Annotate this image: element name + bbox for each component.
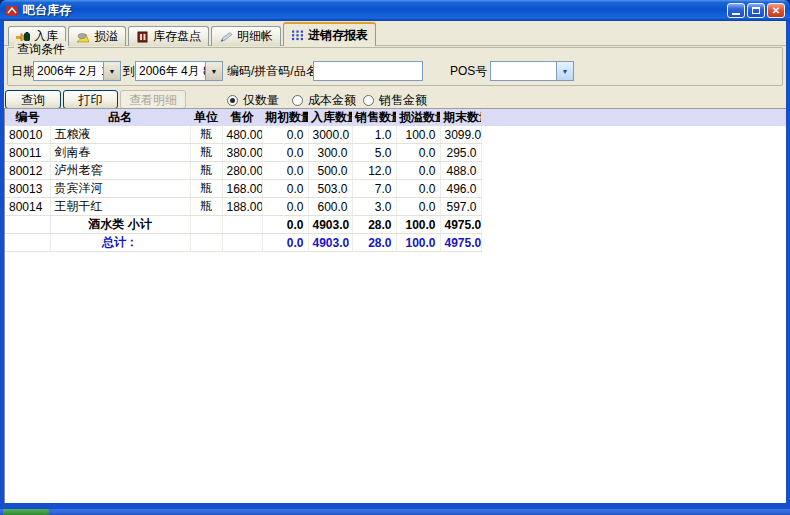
column-header[interactable]: 期初数量: [262, 109, 308, 126]
radio-sales-amount[interactable]: 销售金额: [363, 92, 427, 109]
column-header[interactable]: 单位: [190, 109, 222, 126]
table-cell: 597.0: [440, 198, 481, 216]
table-cell: 剑南春: [50, 144, 190, 162]
loss-icon: [76, 31, 90, 43]
table-cell: 瓶: [190, 126, 222, 144]
table-cell: 王朝干红: [50, 198, 190, 216]
table-cell: 3000.0: [308, 126, 352, 144]
table-cell: 0.0: [396, 162, 440, 180]
table-row[interactable]: 80013贵宾洋河瓶168.000.0503.07.00.0496.0: [5, 180, 786, 198]
table-row[interactable]: 80014王朝干红瓶188.000.0600.03.00.0597.0: [5, 198, 786, 216]
window-border-right: [786, 21, 790, 509]
pos-value: [491, 62, 556, 80]
table-cell: 80013: [5, 180, 50, 198]
row-filler: [481, 234, 786, 252]
table-cell: 80010: [5, 126, 50, 144]
table-cell: 28.0: [352, 234, 396, 252]
subtotal-row: 酒水类 小计0.04903.028.0100.04975.0: [5, 216, 786, 234]
column-header[interactable]: 品名: [50, 109, 190, 126]
taskbar: [0, 509, 790, 515]
table-cell: 4903.0: [308, 234, 352, 252]
start-button[interactable]: [3, 509, 49, 515]
table-cell: 496.0: [440, 180, 481, 198]
table-cell: 0.0: [396, 144, 440, 162]
table-cell: 7.0: [352, 180, 396, 198]
titlebar: 吧台库存 ✕: [0, 0, 790, 21]
table-cell: 0.0: [262, 198, 308, 216]
table-cell: 0.0: [262, 180, 308, 198]
table-cell: 4975.0: [440, 216, 481, 234]
column-header[interactable]: 期末数量: [440, 109, 481, 126]
print-button[interactable]: 打印: [63, 90, 118, 109]
query-button[interactable]: 查询: [5, 90, 61, 109]
date-to-combobox[interactable]: 2006年 4月 8日 ▼: [135, 61, 223, 81]
chevron-down-icon[interactable]: ▼: [205, 62, 222, 80]
code-label: 编码/拼音码/品名: [227, 61, 318, 81]
radio-icon: [363, 95, 374, 106]
radio-icon: [292, 95, 303, 106]
column-header[interactable]: 售价: [222, 109, 262, 126]
table-cell: 4975.0: [440, 234, 481, 252]
tab-loss[interactable]: 损溢: [68, 26, 126, 46]
report-grid: 编号品名单位售价期初数量入库数量销售数量损溢数量期末数量 80010五粮液瓶48…: [4, 108, 786, 503]
query-group-legend: 查询条件: [14, 41, 68, 58]
row-filler: [481, 126, 786, 144]
tab-ledger[interactable]: 明细帐: [211, 26, 281, 46]
table-cell: 0.0: [262, 216, 308, 234]
table-cell: [190, 234, 222, 252]
pos-label: POS号: [450, 61, 487, 81]
row-filler: [481, 162, 786, 180]
code-input[interactable]: [313, 61, 423, 81]
table-cell: 28.0: [352, 216, 396, 234]
table-cell: 80012: [5, 162, 50, 180]
pos-combobox[interactable]: ▼: [490, 61, 574, 81]
table-cell: 295.0: [440, 144, 481, 162]
chevron-down-icon[interactable]: ▼: [556, 62, 573, 80]
tab-stocktake[interactable]: 库存盘点: [128, 26, 209, 46]
table-cell: 瓶: [190, 180, 222, 198]
radio-qty-only[interactable]: 仅数量: [227, 92, 279, 109]
header-filler: [481, 109, 786, 126]
total-row: 总计：0.04903.028.0100.04975.0: [5, 234, 786, 252]
table-cell: 0.0: [262, 234, 308, 252]
tab-label: 明细帐: [237, 28, 273, 45]
radio-label: 销售金额: [379, 92, 427, 109]
column-header[interactable]: 编号: [5, 109, 50, 126]
table-cell: 0.0: [396, 198, 440, 216]
maximize-button[interactable]: [747, 3, 765, 18]
table-cell: 0.0: [262, 144, 308, 162]
table-cell: 80011: [5, 144, 50, 162]
table-cell: 贵宾洋河: [50, 180, 190, 198]
table-cell: [190, 216, 222, 234]
table-row[interactable]: 80010五粮液瓶480.000.03000.01.0100.03099.0: [5, 126, 786, 144]
chevron-down-icon[interactable]: ▼: [103, 62, 120, 80]
table-cell: 100.0: [396, 234, 440, 252]
stocktake-icon: [136, 31, 149, 43]
table-cell: [5, 216, 50, 234]
table-cell: 0.0: [396, 180, 440, 198]
date-label: 日期: [11, 61, 35, 81]
date-from-combobox[interactable]: 2006年 2月 1日 ▼: [33, 61, 121, 81]
table-cell: 3.0: [352, 198, 396, 216]
ledger-icon: [219, 31, 233, 43]
minimize-button[interactable]: [727, 3, 745, 18]
table-cell: 100.0: [396, 126, 440, 144]
maximize-icon: [752, 7, 760, 14]
close-button[interactable]: ✕: [767, 3, 785, 18]
table-cell: 80014: [5, 198, 50, 216]
table-cell: [222, 234, 262, 252]
table-row[interactable]: 80012泸州老窖瓶280.000.0500.012.00.0488.0: [5, 162, 786, 180]
column-header[interactable]: 销售数量: [352, 109, 396, 126]
tab-report[interactable]: 进销存报表: [283, 22, 376, 46]
tab-label: 损溢: [94, 28, 118, 45]
column-header[interactable]: 损溢数量: [396, 109, 440, 126]
column-header[interactable]: 入库数量: [308, 109, 352, 126]
table-row[interactable]: 80011剑南春瓶380.000.0300.05.00.0295.0: [5, 144, 786, 162]
row-filler: [481, 180, 786, 198]
table-cell: 泸州老窖: [50, 162, 190, 180]
table-cell: 3099.0: [440, 126, 481, 144]
table-cell: 5.0: [352, 144, 396, 162]
window-title: 吧台库存: [23, 2, 725, 19]
table-cell: 总计：: [50, 234, 190, 252]
radio-cost-amount[interactable]: 成本金额: [292, 92, 356, 109]
